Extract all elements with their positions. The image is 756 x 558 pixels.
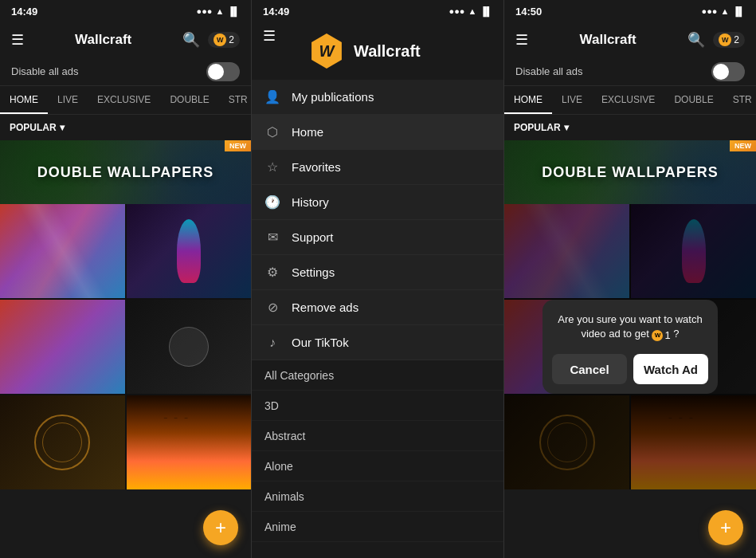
left-hamburger-button[interactable]: ☰ <box>11 31 24 49</box>
left-disable-ads-row: Disable all ads <box>0 57 251 86</box>
left-wall-item-3[interactable] <box>0 300 125 394</box>
right-tab-str[interactable]: STR <box>723 86 756 114</box>
right-dialog-overlay: Are you sure you want to watch video ad … <box>504 204 756 489</box>
right-popular-button[interactable]: POPULAR ▾ <box>514 122 569 133</box>
right-tab-exclusive[interactable]: EXCLUSIVE <box>592 86 664 114</box>
left-tab-exclusive[interactable]: EXCLUSIVE <box>88 86 160 114</box>
signal-icon: ●●● <box>197 6 213 16</box>
mid-history-icon: 🕐 <box>264 195 280 210</box>
right-cancel-button[interactable]: Cancel <box>552 354 627 384</box>
mid-cat-abstract[interactable]: Abstract <box>252 421 503 451</box>
right-coin-badge[interactable]: W 2 <box>713 32 745 48</box>
mid-hex-shape: W <box>309 33 344 69</box>
left-panel: 14:49 ●●● ▲ ▐▌ ☰ Wallcraft 🔍 W 2 Disable… <box>0 0 252 558</box>
left-coin-count: 2 <box>229 34 234 45</box>
right-content-area: ~ ~ ~ Are you sure you want to watch vid… <box>504 204 756 489</box>
left-wall-item-4[interactable] <box>127 300 252 394</box>
mid-cat-abstract-label: Abstract <box>264 430 305 442</box>
left-new-badge: NEW <box>225 140 251 151</box>
left-tab-home[interactable]: HOME <box>0 86 48 114</box>
right-wifi-icon: ▲ <box>721 6 730 16</box>
left-tab-str[interactable]: STR <box>219 86 251 114</box>
right-dialog-message: Are you sure you want to watch video ad … <box>552 312 708 343</box>
mid-remove-ads-icon: ⊘ <box>264 300 280 315</box>
right-panel: 14:50 ●●● ▲ ▐▌ ☰ Wallcraft 🔍 W 2 Disable… <box>504 0 756 558</box>
left-coin-badge[interactable]: W 2 <box>208 32 240 48</box>
right-status-icons: ●●● ▲ ▐▌ <box>702 6 745 16</box>
right-hamburger-button[interactable]: ☰ <box>515 31 528 49</box>
wifi-icon: ▲ <box>216 6 225 16</box>
mid-cat-anime[interactable]: Anime <box>252 512 503 542</box>
mid-menu-history[interactable]: 🕐 History <box>252 185 503 220</box>
left-wall-item-1[interactable] <box>0 204 125 298</box>
left-wall-item-5[interactable] <box>0 395 125 489</box>
dialog-coin-icon: W <box>652 330 663 341</box>
mid-all-categories[interactable]: All Categories <box>252 360 503 391</box>
mid-settings-label: Settings <box>292 265 335 279</box>
right-top-nav: ☰ Wallcraft 🔍 W 2 <box>504 22 756 57</box>
left-status-icons: ●●● ▲ ▐▌ <box>197 6 240 16</box>
right-search-button[interactable]: 🔍 <box>687 31 705 49</box>
right-status-time: 14:50 <box>515 6 542 18</box>
right-category-tabs: HOME LIVE EXCLUSIVE DOUBLE STR <box>504 86 756 115</box>
left-fab-button[interactable]: + <box>203 510 238 545</box>
right-signal-icon: ●●● <box>702 6 718 16</box>
mid-favorites-label: Favorites <box>292 160 341 174</box>
mid-settings-icon: ⚙ <box>264 265 280 280</box>
left-wall-item-6[interactable]: ~ ~ ~ <box>127 395 252 489</box>
left-coin-icon: W <box>213 33 226 46</box>
left-popular-label: POPULAR <box>10 122 57 133</box>
left-toggle-knob <box>208 64 224 80</box>
mid-menu-remove-ads[interactable]: ⊘ Remove ads <box>252 290 503 325</box>
right-banner-title: DOUBLE WALLPAPERS <box>542 164 719 181</box>
mid-support-label: Support <box>292 230 334 244</box>
left-category-tabs: HOME LIVE EXCLUSIVE DOUBLE STR <box>0 86 251 115</box>
mid-my-publications-label: My publications <box>292 90 374 104</box>
left-search-button[interactable]: 🔍 <box>182 31 200 49</box>
left-tab-live[interactable]: LIVE <box>48 86 88 114</box>
right-banner[interactable]: DOUBLE WALLPAPERS NEW <box>504 140 756 204</box>
right-tab-home[interactable]: HOME <box>504 86 552 114</box>
mid-logo: W <box>309 33 344 69</box>
mid-menu-section: 👤 My publications ⬡ Home ☆ Favorites 🕐 H… <box>252 80 503 360</box>
dialog-coin-amount: 1 <box>664 328 670 343</box>
right-watch-ad-button[interactable]: Watch Ad <box>633 354 708 384</box>
mid-menu-settings[interactable]: ⚙ Settings <box>252 255 503 290</box>
mid-cat-alone[interactable]: Alone <box>252 451 503 481</box>
mid-menu-support[interactable]: ✉ Support <box>252 220 503 255</box>
mid-menu-favorites[interactable]: ☆ Favorites <box>252 150 503 185</box>
left-tab-double[interactable]: DOUBLE <box>160 86 218 114</box>
mid-all-categories-label: All Categories <box>264 369 334 382</box>
right-nav-icons: 🔍 W 2 <box>687 31 745 49</box>
left-banner-title: DOUBLE WALLPAPERS <box>37 164 214 181</box>
right-dialog-box: Are you sure you want to watch video ad … <box>543 300 718 394</box>
right-tab-double[interactable]: DOUBLE <box>664 86 723 114</box>
right-status-bar: 14:50 ●●● ▲ ▐▌ <box>504 0 756 22</box>
mid-cat-animals[interactable]: Animals <box>252 481 503 512</box>
mid-category-list: All Categories 3D Abstract Alone Animals… <box>252 360 503 542</box>
mid-cat-alone-label: Alone <box>264 460 293 473</box>
left-wall-geo-1 <box>0 204 125 298</box>
mid-signal-icon: ●●● <box>449 6 465 16</box>
right-fab-button[interactable]: + <box>708 510 743 545</box>
left-popular-chevron: ▾ <box>60 122 65 133</box>
mid-cat-anime-label: Anime <box>264 521 296 533</box>
mid-panel: 14:49 ●●● ▲ ▐▌ ☰ W Wallcraft 👤 My public… <box>252 0 504 558</box>
mid-person-icon: 👤 <box>264 89 280 104</box>
left-popular-button[interactable]: POPULAR ▾ <box>10 122 65 133</box>
right-disable-ads-label: Disable all ads <box>515 65 583 77</box>
mid-menu-home[interactable]: ⬡ Home <box>252 115 503 150</box>
mid-menu-tiktok[interactable]: ♪ Our TikTok <box>252 325 503 360</box>
right-tab-live[interactable]: LIVE <box>552 86 592 114</box>
right-popular-filter: POPULAR ▾ <box>504 115 756 140</box>
right-disable-ads-toggle[interactable] <box>711 62 745 81</box>
mid-hamburger-button[interactable]: ☰ <box>263 27 276 45</box>
left-wall-item-2[interactable] <box>127 204 252 298</box>
mid-cat-animals-label: Animals <box>264 490 304 503</box>
mid-wifi-icon: ▲ <box>468 6 477 16</box>
mid-cat-3d[interactable]: 3D <box>252 391 503 421</box>
left-banner[interactable]: DOUBLE WALLPAPERS NEW <box>0 140 251 204</box>
mid-menu-my-publications[interactable]: 👤 My publications <box>252 80 503 115</box>
left-disable-ads-toggle[interactable] <box>206 62 240 81</box>
mid-home-icon: ⬡ <box>264 124 280 140</box>
